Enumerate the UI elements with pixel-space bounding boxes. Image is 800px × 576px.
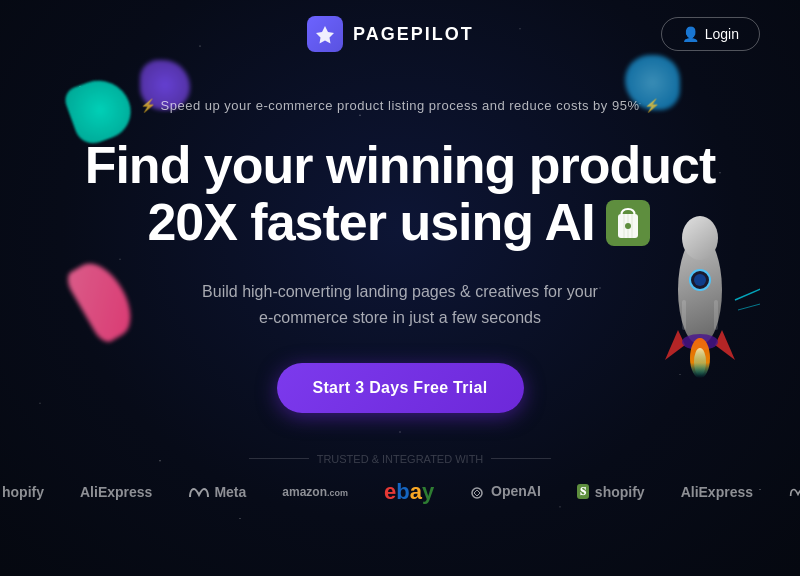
partner-logos: 𝐬 hopify AliExpress Meta amazon.com ebay… [0,479,800,505]
headline-line2: 20X faster using AI [85,194,716,251]
partner-meta2 [789,486,800,498]
partner-aliexpress: AliExpress [80,484,152,500]
trusted-section: TRUSTED & INTEGRATED WITH 𝐬 hopify AliEx… [0,453,800,505]
logo-text: PAGEPILOT [353,24,474,45]
headline: Find your winning product 20X faster usi… [85,137,716,251]
trusted-label: TRUSTED & INTEGRATED WITH [317,453,484,465]
nav-right: 👤 Login [661,17,760,51]
headline-line1: Find your winning product [85,137,716,194]
subheadline: Build high-converting landing pages & cr… [200,279,600,330]
partner-shopify: 𝐬 hopify [0,484,44,500]
shopify-bag-icon [603,198,653,248]
nav-logo: PAGEPILOT [307,16,474,52]
headline-line2-text: 20X faster using AI [147,194,594,251]
partner-aliexpress2: AliExpress [681,484,753,500]
login-label: Login [705,26,739,42]
user-icon: 👤 [682,26,699,42]
logo-icon [307,16,343,52]
partner-meta: Meta [188,484,246,500]
navbar: PAGEPILOT 👤 Login [0,0,800,68]
tagline: ⚡ Speed up your e-commerce product listi… [140,98,660,113]
main-content: ⚡ Speed up your e-commerce product listi… [0,68,800,413]
partner-openai: OpenAI [470,483,541,499]
partner-ebay: ebay [384,479,434,505]
login-button[interactable]: 👤 Login [661,17,760,51]
svg-point-13 [625,223,631,229]
cta-button[interactable]: Start 3 Days Free Trial [277,363,524,413]
partner-amazon: amazon.com [282,485,348,499]
partner-shopify2: 𝐒 shopify [577,484,645,500]
trusted-divider: TRUSTED & INTEGRATED WITH [0,453,800,465]
